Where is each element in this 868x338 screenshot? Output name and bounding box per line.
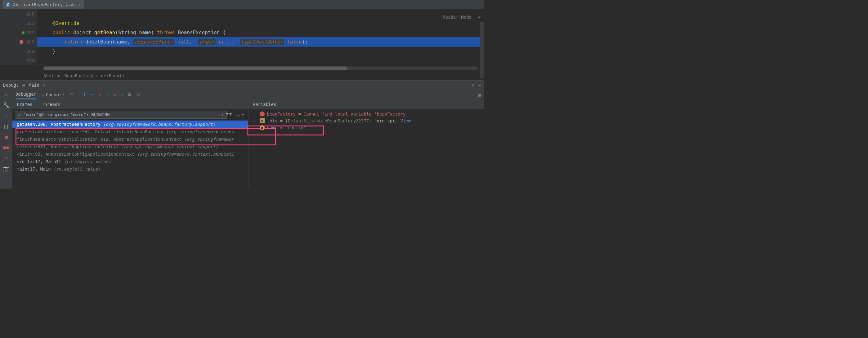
inlay-hint: typeCheckOnly: <box>240 39 284 45</box>
rerun-icon[interactable]: ↻ <box>3 91 9 97</box>
camera-icon[interactable]: 📷 <box>3 165 9 171</box>
frame-package: (cn.eagleli.value) <box>64 159 111 164</box>
chevron-down-icon[interactable]: ▾ <box>221 112 224 117</box>
line-number: 210 <box>26 56 34 65</box>
step-over-icon[interactable]: ↷ <box>91 92 94 97</box>
console-icon: ▸ <box>42 92 44 97</box>
modify-run-icon[interactable]: 🔧 <box>3 102 9 108</box>
keyword: public <box>53 29 70 35</box>
file-tab[interactable]: C AbstractBeanFactory.java ✕ <box>2 0 84 9</box>
punct: , <box>231 39 237 45</box>
vcs-change-marker <box>22 31 25 34</box>
view-breakpoints-icon[interactable]: ●● <box>3 144 9 150</box>
method-name: getBean <box>94 29 115 35</box>
step-into-icon[interactable]: ↓ <box>98 92 101 97</box>
debug-panel-header: Debug: ▣ Main ✕ ⚙ — <box>0 80 484 89</box>
debug-tabs: Debugger ▸Console ☰ ⤒ ↷ ↓ ↑ ⇲ ⇥ 🖩 ≋ ▦ <box>12 89 484 100</box>
line-number: 209 <box>26 47 34 56</box>
stack-frame[interactable]: main:17, Main (cn.eagleli.value) <box>12 165 248 173</box>
close-icon[interactable]: ✕ <box>43 83 45 87</box>
horizontal-scrollbar[interactable] <box>43 66 478 70</box>
variables-header: Variables <box>248 100 484 109</box>
frame-method: preInstantiateSingletons:944, DefaultLis… <box>17 129 163 134</box>
run-to-cursor-icon[interactable]: ⇥ <box>120 92 123 97</box>
parameter-icon: p <box>260 125 265 130</box>
breadcrumb-sep: › <box>93 73 101 78</box>
frames-list[interactable]: getBean:208, AbstractBeanFactory (org.sp… <box>12 120 248 189</box>
view-link[interactable]: View <box>400 118 411 123</box>
punct: , <box>189 39 195 45</box>
stack-frame[interactable]: preInstantiateSingletons:944, DefaultLis… <box>12 128 248 136</box>
stack-frame[interactable]: <init>:93, AnnotationConfigApplicationCo… <box>12 150 248 158</box>
threads-icon[interactable]: ☰ <box>70 92 74 97</box>
layout-icon[interactable]: ▦ <box>478 92 481 97</box>
frame-method: <init>:93, AnnotationConfigApplicationCo… <box>17 151 134 157</box>
frame-package: (org.springframework.context.support) <box>121 144 218 149</box>
thread-selector[interactable]: ✔ "main"@1 in group "main": RUNNING ▾ <box>16 111 227 119</box>
error-icon: ! <box>260 112 265 116</box>
breadcrumb-class[interactable]: AbstractBeanFactory <box>43 73 93 78</box>
breakpoint-icon[interactable] <box>20 40 23 44</box>
variables-label: Variables <box>253 102 276 107</box>
keyword: false <box>284 39 302 45</box>
inlay-hint: args: <box>198 39 216 45</box>
frame-method: refresh:583, AbstractApplicationContext <box>17 144 119 149</box>
resume-icon[interactable]: ▷ <box>3 112 9 119</box>
var-name: this <box>267 118 278 123</box>
inspection-ok-icon[interactable]: ✔ <box>478 12 481 22</box>
variable-row[interactable]: ▸ ≡ this = {DefaultListableBeanFactory@2… <box>252 117 481 124</box>
keyword: throws <box>157 29 175 35</box>
frame-package: (org.springframework.context.annotati <box>137 151 234 157</box>
scrollbar-thumb[interactable] <box>43 66 347 70</box>
pause-icon[interactable]: ❚❚ <box>3 123 9 129</box>
var-value: "config" <box>285 125 306 130</box>
breadcrumb[interactable]: AbstractBeanFactory › getBean() <box>0 72 484 80</box>
code-editor: 205 206 207 208 209 210 Reader Mode ✔ @O… <box>0 9 484 65</box>
stop-icon[interactable]: ■ <box>3 134 9 140</box>
tab-console[interactable]: ▸Console <box>42 90 64 99</box>
var-value: Cannot find local variable 'beanFactory' <box>304 112 408 116</box>
stack-frame[interactable]: getBean:208, AbstractBeanFactory (org.sp… <box>12 120 248 128</box>
reader-mode-label[interactable]: Reader Mode <box>443 12 471 22</box>
brace: } <box>53 48 56 54</box>
step-out-icon[interactable]: ↑ <box>105 92 108 97</box>
type: Object <box>73 29 91 35</box>
check-icon: ✔ <box>18 112 21 117</box>
breadcrumb-method[interactable]: getBean() <box>101 73 124 78</box>
variables-pane: ＋ 👓 Variables ! beanFactory = Cannot fin… <box>248 100 484 189</box>
variable-row[interactable]: ▸ p name = "config" <box>252 124 481 131</box>
evaluate-expression-icon[interactable]: 🖩 <box>127 92 132 97</box>
expand-icon[interactable]: ▸ <box>253 119 257 123</box>
threads-tab[interactable]: Threads <box>42 102 60 107</box>
expand-icon[interactable]: ▸ <box>253 126 257 130</box>
gear-icon[interactable]: ⚙ <box>472 83 474 88</box>
close-icon[interactable]: ✕ <box>78 2 80 7</box>
debug-body: ↻ 🔧 ▷ ❚❚ ■ ●● ⊘ 📷 Debugger ▸Console ☰ ⤒ … <box>0 89 484 189</box>
file-tab-label: AbstractBeanFactory.java <box>13 2 76 7</box>
run-config-icon: ▣ <box>23 83 25 88</box>
frame-method: <init>:17, Main$1 <box>17 159 61 164</box>
stack-frame[interactable]: refresh:583, AbstractApplicationContext … <box>12 143 248 150</box>
variables-list[interactable]: ! beanFactory = Cannot find local variab… <box>248 109 484 133</box>
thread-selector-row: ✔ "main"@1 in group "main": RUNNING ▾ ↑ … <box>12 109 248 120</box>
minimize-icon[interactable]: — <box>478 83 481 88</box>
trace-icon[interactable]: ≋ <box>137 92 140 97</box>
object-icon: ≡ <box>260 118 265 123</box>
frame-method: finishBeanFactoryInitialization:918, Abs… <box>17 137 182 142</box>
stack-frame[interactable]: finishBeanFactoryInitialization:918, Abs… <box>12 136 248 143</box>
gutter: 205 206 207 208 209 210 <box>0 9 37 65</box>
add-watch-icon[interactable]: ＋ <box>237 112 241 118</box>
stack-frame[interactable]: <init>:17, Main$1 (cn.eagleli.value) <box>12 158 248 165</box>
thread-selector-label: "main"@1 in group "main": RUNNING <box>23 112 110 117</box>
watches-icon[interactable]: 👓 <box>225 110 232 117</box>
frames-tab[interactable]: Frames <box>17 102 33 107</box>
force-step-into-icon[interactable]: ⇲ <box>113 92 116 97</box>
tab-debugger[interactable]: Debugger <box>16 90 36 100</box>
variable-row[interactable]: ! beanFactory = Cannot find local variab… <box>252 111 481 117</box>
show-execution-point-icon[interactable]: ⤒ <box>83 92 87 97</box>
frame-method: main:17, Main <box>17 167 51 171</box>
mute-breakpoints-icon[interactable]: ⊘ <box>3 155 9 161</box>
editor-scrollbar-strip[interactable] <box>480 22 484 78</box>
run-config-name[interactable]: Main <box>29 83 39 88</box>
code-content[interactable]: Reader Mode ✔ @Override public Object ge… <box>37 9 484 65</box>
